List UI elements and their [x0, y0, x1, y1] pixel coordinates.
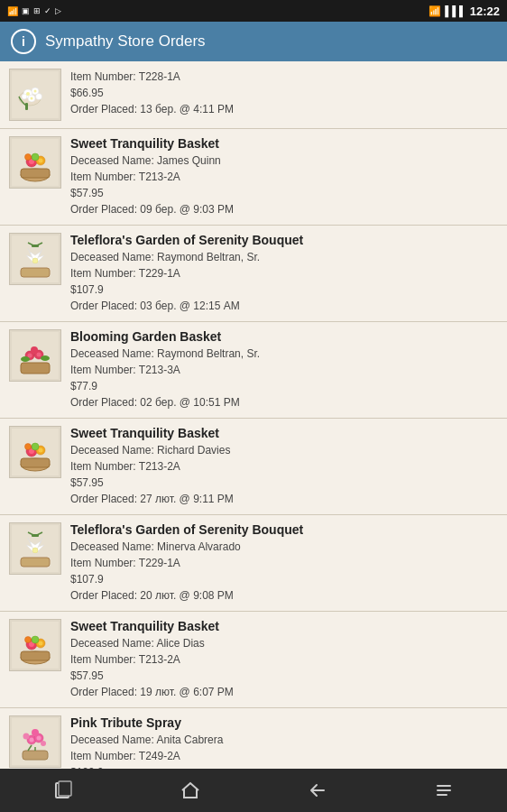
order-meta: Deceased Name: Minerva AlvaradoItem Numb… — [70, 539, 498, 604]
order-meta: Deceased Name: Raymond Beltran, Sr.Item … — [70, 249, 498, 314]
order-thumbnail — [9, 522, 61, 575]
order-title: Sweet Tranquility Basket — [70, 426, 498, 440]
phone-icon: 📶 — [7, 6, 18, 16]
svg-point-63 — [41, 741, 46, 746]
order-details: Blooming Garden BasketDeceased Name: Ray… — [70, 329, 498, 411]
svg-point-52 — [39, 641, 43, 646]
order-details: Sweet Tranquility BasketDeceased Name: J… — [70, 136, 498, 217]
order-title: Teleflora's Garden of Serenity Bouquet — [70, 233, 498, 247]
order-title: Blooming Garden Basket — [70, 329, 498, 344]
order-thumbnail — [9, 233, 61, 285]
status-bar-right: 📶 ▌▌▌ 12:22 — [429, 5, 500, 18]
home-button[interactable] — [163, 772, 217, 808]
signal-bars: ▌▌▌ — [445, 5, 466, 16]
svg-point-32 — [41, 355, 50, 361]
order-meta: Item Number: T228-1A$66.95Order Placed: … — [70, 69, 498, 117]
screenshot-icon: ▣ — [22, 6, 30, 15]
svg-rect-13 — [21, 169, 50, 178]
svg-rect-48 — [21, 651, 50, 660]
svg-point-62 — [23, 734, 30, 740]
svg-rect-10 — [25, 103, 28, 110]
svg-point-40 — [32, 443, 39, 450]
svg-point-5 — [22, 94, 27, 99]
order-details: Sweet Tranquility BasketDeceased Name: A… — [70, 619, 498, 700]
svg-point-60 — [37, 736, 41, 741]
order-details: Pink Tribute SprayDeceased Name: Anita C… — [70, 715, 498, 769]
order-meta: Deceased Name: James QuinnItem Number: T… — [70, 152, 498, 217]
order-details: Teleflora's Garden of Serenity BouquetDe… — [70, 522, 498, 604]
grid-icon: ⊞ — [33, 6, 41, 15]
app-header: i Sympathy Store Orders — [0, 22, 507, 61]
svg-point-22 — [32, 258, 38, 263]
svg-point-39 — [39, 448, 43, 453]
status-bar: 📶 ▣ ⊞ ✓ ▷ 📶 ▌▌▌ 12:22 — [0, 0, 507, 22]
svg-point-7 — [26, 92, 30, 96]
order-title: Pink Tribute Spray — [70, 715, 498, 730]
order-title: Sweet Tranquility Basket — [70, 619, 498, 633]
svg-point-17 — [39, 159, 43, 163]
svg-point-31 — [21, 356, 30, 362]
status-bar-left: 📶 ▣ ⊞ ✓ ▷ — [7, 6, 61, 16]
svg-rect-43 — [21, 558, 50, 567]
app-title: Sympathy Store Orders — [45, 32, 206, 51]
order-details: Item Number: T228-1A$66.95Order Placed: … — [70, 69, 498, 117]
order-thumbnail — [9, 715, 61, 768]
svg-point-58 — [30, 738, 34, 743]
svg-point-19 — [25, 154, 32, 161]
bottom-nav — [0, 769, 507, 812]
svg-point-30 — [31, 346, 38, 354]
order-thumbnail — [9, 69, 61, 121]
svg-rect-56 — [23, 751, 48, 760]
order-meta: Deceased Name: Anita CabreraItem Number:… — [70, 732, 498, 769]
order-thumbnail — [9, 136, 61, 189]
media-icon: ▷ — [55, 6, 61, 15]
clock: 12:22 — [470, 5, 500, 18]
svg-point-44 — [32, 548, 38, 553]
orders-list[interactable]: Item Number: T228-1A$66.95Order Placed: … — [0, 61, 507, 769]
order-meta: Deceased Name: Alice DiasItem Number: T2… — [70, 635, 498, 700]
svg-point-41 — [25, 444, 32, 450]
menu-button[interactable] — [417, 772, 471, 808]
order-item[interactable]: Pink Tribute SprayDeceased Name: Anita C… — [0, 708, 507, 769]
svg-rect-25 — [21, 363, 50, 374]
svg-rect-35 — [21, 458, 50, 467]
order-item[interactable]: Sweet Tranquility BasketDeceased Name: R… — [0, 419, 507, 515]
wifi-icon: 📶 — [429, 5, 441, 17]
order-meta: Deceased Name: Raymond Beltran, Sr.Item … — [70, 346, 498, 411]
order-item[interactable]: Sweet Tranquility BasketDeceased Name: A… — [0, 612, 507, 708]
order-meta: Deceased Name: Richard DaviesItem Number… — [70, 442, 498, 507]
svg-point-6 — [36, 94, 42, 100]
svg-point-53 — [32, 636, 39, 643]
svg-point-29 — [37, 353, 41, 357]
check-icon: ✓ — [44, 6, 51, 15]
svg-point-61 — [32, 729, 39, 736]
order-title: Sweet Tranquility Basket — [70, 136, 498, 151]
svg-point-9 — [31, 97, 33, 100]
order-thumbnail — [9, 329, 61, 382]
order-item[interactable]: Blooming Garden BasketDeceased Name: Ray… — [0, 322, 507, 419]
order-thumbnail — [9, 426, 61, 478]
svg-point-18 — [32, 153, 39, 161]
order-thumbnail — [9, 619, 61, 671]
recents-button[interactable] — [36, 772, 90, 808]
order-item[interactable]: Item Number: T228-1A$66.95Order Placed: … — [0, 61, 507, 129]
svg-point-54 — [25, 637, 32, 643]
order-title: Teleflora's Garden of Serenity Bouquet — [70, 522, 498, 537]
order-item[interactable]: Teleflora's Garden of Serenity BouquetDe… — [0, 226, 507, 322]
app-icon: i — [11, 29, 36, 54]
svg-point-8 — [34, 90, 37, 93]
order-item[interactable]: Sweet Tranquility BasketDeceased Name: J… — [0, 129, 507, 226]
order-item[interactable]: Teleflora's Garden of Serenity BouquetDe… — [0, 515, 507, 612]
back-button[interactable] — [290, 772, 344, 808]
svg-rect-21 — [21, 268, 50, 277]
order-details: Sweet Tranquility BasketDeceased Name: R… — [70, 426, 498, 507]
order-details: Teleflora's Garden of Serenity BouquetDe… — [70, 233, 498, 314]
svg-rect-80 — [59, 781, 71, 796]
